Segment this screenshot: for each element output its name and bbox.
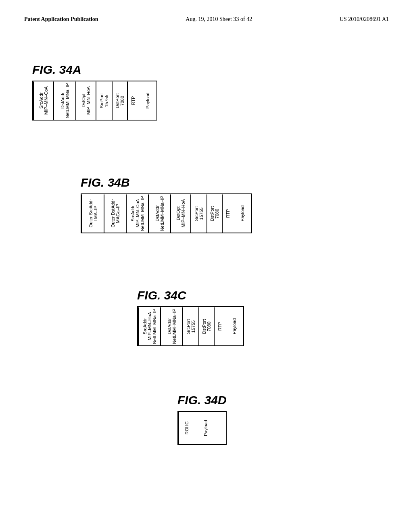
header-right: US 2010/0208691 A1 (340, 16, 389, 23)
fig34b-dst-addr: DstAddrNetLMM–MNa–IP (148, 194, 170, 233)
fig34d-label: FIG. 34D (177, 393, 227, 407)
fig34b-label: FIG. 34B (81, 176, 130, 189)
header-center: Aug. 19, 2010 Sheet 33 of 42 (186, 16, 252, 23)
fig34b-src-addr: SrcAddrMIP–MN–CoANetLMM–MNa–IP (126, 194, 148, 233)
fig34b-dst-opt: DstOptMIP–MN–HoA (170, 194, 190, 233)
fig34c-dst-port: DstPort7080 (198, 307, 214, 345)
fig34c-title: FIG. 34C (137, 289, 244, 302)
fig34c-src-port: SrcPort15755 (182, 307, 198, 345)
fig34a-payload: Payload (138, 81, 156, 120)
fig34a-label: FIG. 34A (32, 63, 81, 76)
fig34b-dst-port: DstPort7080 (206, 194, 222, 233)
fig34b-section: FIG. 34B Outer SrcAddrLMA–IP Outer DstAd… (81, 176, 252, 233)
fig34a-src-addr: SrcAddrMIP–MN–CoA (33, 81, 53, 120)
header-left: Patent Application Publication (24, 16, 98, 23)
fig34d-rohc: ROHC (178, 412, 194, 444)
fig34c-dst-addr: DstAddrNetLMM–MNa–IP (160, 307, 182, 345)
fig34a-dst-port: DstPort7080 (112, 81, 127, 120)
fig34b-title: FIG. 34B (81, 176, 252, 189)
fig34c-section: FIG. 34C SrcAddrMIP–MN–HoANetLMM–MNa–IP … (137, 289, 244, 346)
fig34d-section: FIG. 34D ROHC Payload (177, 393, 227, 445)
fig34b-rtp: RTP (222, 194, 233, 233)
fig34c-diagram: SrcAddrMIP–MN–HoANetLMM–MNa–IP DstAddrNe… (137, 306, 244, 346)
fig34a-dst-opt: DstOptMIP–MN–HoA (75, 81, 96, 120)
fig34b-payload: Payload (233, 194, 251, 233)
fig34a-diagram: SrcAddrMIP–MN–CoA DstAddrNetLMM–MNa–IP D… (32, 81, 157, 121)
fig34d-title: FIG. 34D (177, 393, 227, 407)
fig34c-label: FIG. 34C (137, 289, 186, 302)
fig34a-title: FIG. 34A (32, 63, 157, 77)
fig34a-src-port: SrcPort15755 (96, 81, 112, 120)
fig34c-payload: Payload (225, 307, 243, 345)
fig34a-section: FIG. 34A SrcAddrMIP–MN–CoA DstAddrNetLMM… (32, 63, 157, 121)
page-header: Patent Application Publication Aug. 19, … (0, 0, 413, 31)
fig34b-diagram: Outer SrcAddrLMA–IP Outer DstAddrMAGa–IP… (81, 193, 252, 233)
fig34b-src-port: SrcPort15755 (190, 194, 206, 233)
fig34d-diagram: ROHC Payload (177, 411, 227, 445)
fig34a-rtp: RTP (127, 81, 138, 120)
fig34b-outer-src-addr: Outer SrcAddrLMA–IP (81, 194, 104, 233)
fig34b-outer-dst-addr: Outer DstAddrMAGa–IP (104, 194, 126, 233)
fig34d-payload: Payload (194, 412, 217, 444)
fig34a-dst-addr: DstAddrNetLMM–MNa–IP (53, 81, 75, 120)
fig34c-src-addr: SrcAddrMIP–MN–HoANetLMM–MNa–IP (138, 307, 160, 345)
fig34c-rtp: RTP (214, 307, 225, 345)
